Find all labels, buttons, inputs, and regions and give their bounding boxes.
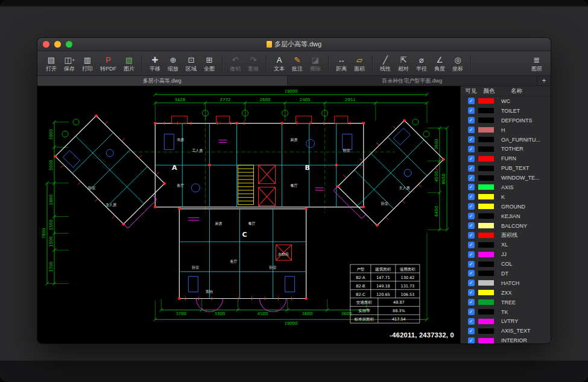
layer-color-swatch[interactable] [478,271,494,276]
layer-visibility-checkbox[interactable]: ✓ [468,146,475,152]
layer-row[interactable]: ✓DT [461,269,551,278]
layer-row[interactable]: ✓XL [461,240,551,249]
layer-row[interactable]: ✓BALCONY [461,221,551,231]
layer-row[interactable]: ✓FURN [461,154,551,163]
layer-color-swatch[interactable] [478,146,494,152]
toolbar-button-area[interactable]: ▱面积 [351,55,368,72]
layer-row[interactable]: ✓AXIS [461,183,551,192]
layer-row[interactable]: ✓ZXX [461,288,551,298]
layer-visibility-checkbox[interactable]: ✓ [468,107,475,114]
layer-visibility-checkbox[interactable]: ✓ [468,289,475,296]
layer-visibility-checkbox[interactable]: ✓ [468,155,475,162]
layer-visibility-checkbox[interactable]: ✓ [468,175,475,181]
layer-color-swatch[interactable] [478,204,494,209]
toolbar-button-erase[interactable]: ◪擦除 [307,55,324,72]
layer-row[interactable]: ✓TREE [461,298,551,307]
layer-visibility-checkbox[interactable]: ✓ [468,193,475,200]
layer-color-swatch[interactable] [478,137,494,142]
toolbar-button-print[interactable]: ▥打印 [79,55,96,72]
layer-visibility-checkbox[interactable]: ✓ [468,232,475,239]
layer-row[interactable]: ✓K [461,192,551,202]
layer-color-swatch[interactable] [478,328,494,334]
layer-visibility-checkbox[interactable]: ✓ [468,328,475,334]
layer-row[interactable]: ✓OA_FURNITU... [461,135,551,145]
layer-color-swatch[interactable] [478,166,494,171]
layer-color-swatch[interactable] [478,280,494,286]
toolbar-button-redo[interactable]: ↷重做 [245,55,262,72]
layer-visibility-checkbox[interactable]: ✓ [468,117,475,124]
layer-color-swatch[interactable] [478,175,494,181]
layer-visibility-checkbox[interactable]: ✓ [468,136,475,143]
layer-color-swatch[interactable] [478,194,494,199]
layer-color-swatch[interactable] [478,299,494,305]
toolbar-button-angle[interactable]: ∠角度 [431,55,448,72]
tab-current-file[interactable]: 多层小高等.dwg [37,76,288,86]
layer-row[interactable]: ✓LVTRY [461,316,551,326]
layer-color-swatch[interactable] [478,213,494,219]
toolbar-button-annotate[interactable]: ✎批注 [289,55,306,72]
layer-row[interactable]: ✓DEFPOINTS [461,116,551,125]
tab-other-file[interactable]: 百余种住宅户型平面.dwg [288,76,538,86]
window-titlebar[interactable]: 多层小高等.dwg [37,38,551,51]
toolbar-button-text[interactable]: A文本 [271,55,288,72]
layer-row[interactable]: ✓H [461,125,551,135]
layer-visibility-checkbox[interactable]: ✓ [468,337,475,343]
toolbar-button-image[interactable]: ▧图片 [121,55,138,72]
layer-row[interactable]: ✓WC [461,96,551,106]
layer-color-swatch[interactable] [478,319,494,324]
layer-color-swatch[interactable] [478,117,494,123]
layer-row[interactable]: ✓INTERIOR [461,336,551,343]
layers-list[interactable]: ✓WC✓TOILET✓DEFPOINTS✓H✓OA_FURNITU...✓TOT… [461,96,551,343]
layer-row[interactable]: ✓KEJIAN [461,211,551,221]
layer-visibility-checkbox[interactable]: ✓ [468,299,475,305]
zoom-window-button[interactable] [66,41,72,48]
layer-color-swatch[interactable] [478,290,494,295]
toolbar-button-save[interactable]: ◫▾保存 [61,55,78,72]
layer-color-swatch[interactable] [478,108,494,113]
drawing-canvas[interactable]: 1900034282772260024002951300050001800150… [37,86,460,343]
layer-row[interactable]: ✓GROUND [461,202,551,211]
layer-color-swatch[interactable] [478,184,494,190]
layer-color-swatch[interactable] [478,233,494,238]
layer-color-swatch[interactable] [478,223,494,228]
layer-row[interactable]: ✓JJ [461,249,551,259]
layer-color-swatch[interactable] [478,252,494,257]
layer-row[interactable]: ✓PUB_TEXT [461,163,551,173]
layer-visibility-checkbox[interactable]: ✓ [468,280,475,286]
layer-visibility-checkbox[interactable]: ✓ [468,213,475,219]
layer-visibility-checkbox[interactable]: ✓ [468,98,475,104]
toolbar-button-coordinate[interactable]: ◎坐标 [449,55,466,72]
toolbar-button-zoom[interactable]: ⊕缩放 [165,55,182,72]
layer-color-swatch[interactable] [478,309,494,315]
toolbar-button-linear[interactable]: ╱线性 [377,55,394,72]
layer-row[interactable]: ✓HATCH [461,278,551,288]
layer-row[interactable]: ✓COL [461,259,551,269]
layer-color-swatch[interactable] [478,242,494,248]
toolbar-button-radius[interactable]: ⌀半径 [413,55,430,72]
toolbar-button-undo[interactable]: ↶撤销 [227,55,244,72]
layer-color-swatch[interactable] [478,338,494,343]
toolbar-button-distance[interactable]: ↔距离 [333,55,350,72]
layer-visibility-checkbox[interactable]: ✓ [468,261,475,268]
layer-row[interactable]: ✓TOILET [461,106,551,116]
toolbar-button-pan[interactable]: ✚平移 [147,55,163,72]
toolbar-button-full-view[interactable]: ⊞全图 [201,55,218,72]
layer-visibility-checkbox[interactable]: ✓ [468,318,475,325]
layer-row[interactable]: ✓面积线 [461,230,551,240]
layer-row[interactable]: ✓AXIS_TEXT [461,326,551,336]
layer-visibility-checkbox[interactable]: ✓ [468,203,475,210]
toolbar-button-region-zoom[interactable]: ⊡区域 [183,55,200,72]
layer-visibility-checkbox[interactable]: ✓ [468,308,475,315]
minimize-button[interactable] [54,41,61,48]
layer-row[interactable]: ✓TK [461,307,551,317]
layer-visibility-checkbox[interactable]: ✓ [468,270,475,277]
layer-visibility-checkbox[interactable]: ✓ [468,222,475,229]
close-button[interactable] [43,41,49,48]
toolbar-button-relative[interactable]: ⇱相对 [395,55,412,72]
new-tab-button[interactable]: + [537,76,551,86]
layer-color-swatch[interactable] [478,98,494,104]
layer-visibility-checkbox[interactable]: ✓ [468,165,475,172]
layer-color-swatch[interactable] [478,156,494,161]
toolbar-button-to-pdf[interactable]: P转PDF [97,55,119,72]
toolbar-button-open[interactable]: ▤打开 [43,55,60,72]
